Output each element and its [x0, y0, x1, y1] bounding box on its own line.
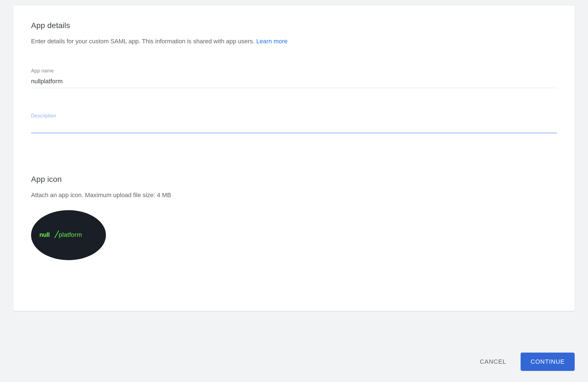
description-label: Description [31, 113, 557, 119]
svg-text:platform: platform [59, 231, 82, 238]
section-title-app-details: App details [31, 21, 557, 30]
app-name-input[interactable] [31, 76, 557, 88]
app-details-card: App details Enter details for your custo… [13, 6, 575, 311]
nullplatform-logo-icon: null platform [39, 230, 98, 241]
continue-button[interactable]: CONTINUE [521, 353, 575, 371]
footer-actions: CANCEL CONTINUE [477, 353, 575, 371]
section-subtitle-app-details: Enter details for your custom SAML app. … [31, 37, 557, 46]
learn-more-link[interactable]: Learn more [256, 38, 288, 45]
section-subtitle-app-icon: Attach an app icon. Maximum upload file … [31, 190, 557, 200]
section-title-app-icon: App icon [31, 175, 557, 184]
app-name-label: App name [31, 68, 557, 74]
description-input[interactable] [31, 121, 557, 133]
app-icon-preview[interactable]: null platform [31, 210, 106, 260]
svg-line-1 [55, 231, 59, 238]
app-name-field-container: App name [31, 68, 557, 88]
app-icon-section: App icon Attach an app icon. Maximum upl… [31, 175, 557, 260]
description-field-container: Description [31, 113, 557, 133]
subtitle-text: Enter details for your custom SAML app. … [31, 38, 256, 45]
svg-text:null: null [39, 231, 50, 238]
cancel-button[interactable]: CANCEL [477, 354, 510, 370]
